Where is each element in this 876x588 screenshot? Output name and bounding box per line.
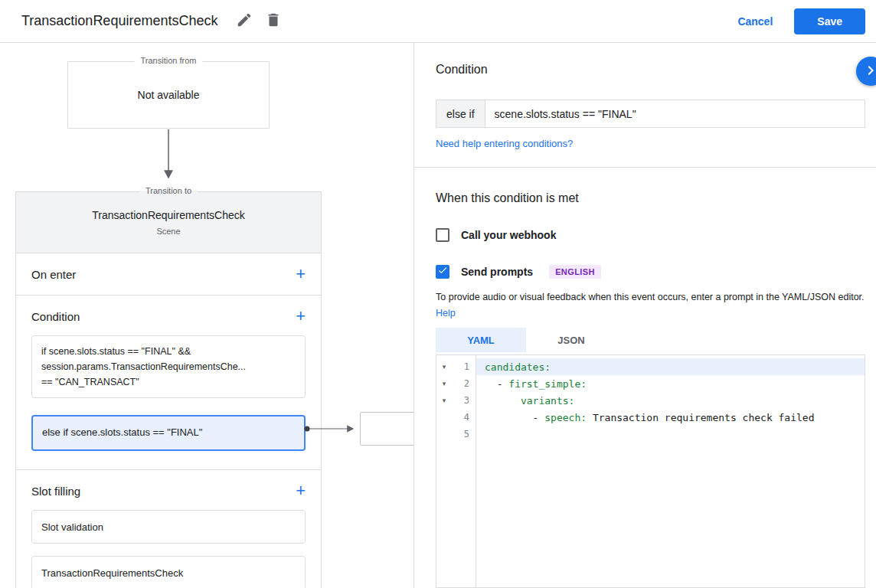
transition-to-label: Transition to: [139, 186, 198, 195]
when-condition-met-title: When this condition is met: [436, 191, 579, 205]
fold-arrow-icon[interactable]: ▾: [436, 358, 452, 375]
fold-spacer: [436, 409, 452, 426]
fold-arrow-icon[interactable]: ▾: [436, 392, 452, 409]
code-line[interactable]: variants:: [476, 392, 865, 409]
add-on-enter-button[interactable]: +: [296, 266, 306, 283]
condition-prefix-label: else if: [436, 100, 485, 128]
delete-button[interactable]: [259, 7, 288, 36]
code-line[interactable]: candidates:: [476, 358, 865, 375]
code-editor[interactable]: ▾1candidates:▾2 - first_simple:▾3 varian…: [436, 354, 865, 588]
editor-line[interactable]: 5: [436, 426, 865, 443]
webhook-row: Call your webhook: [436, 228, 556, 242]
code-token-key: candidates:: [485, 361, 551, 373]
scene-graph-canvas: Transition from Not available Transition…: [0, 43, 413, 588]
prompts-description: To provide audio or visual feedback when…: [436, 289, 876, 321]
on-enter-label: On enter: [31, 268, 76, 281]
call-webhook-checkbox[interactable]: [436, 228, 449, 242]
line-number: 2: [452, 375, 476, 392]
tab-yaml[interactable]: YAML: [436, 328, 526, 352]
condition-section-label: Condition: [31, 310, 80, 323]
code-token-plain: -: [485, 378, 508, 390]
code-line[interactable]: [476, 426, 865, 443]
panel-title: Condition: [436, 63, 488, 77]
condition-help-link[interactable]: Need help entering conditions?: [436, 138, 573, 149]
scene-node-header[interactable]: Transition to TransactionRequirementsChe…: [16, 192, 321, 253]
code-token-plain: Transaction requirements check failed: [587, 412, 814, 423]
transition-from-box[interactable]: Transition from Not available: [67, 61, 270, 129]
line-number: 1: [452, 358, 476, 375]
add-condition-button[interactable]: +: [296, 308, 306, 325]
edit-title-button[interactable]: [230, 7, 259, 36]
code-line[interactable]: - first_simple:: [476, 375, 865, 392]
code-line[interactable]: - speech: Transaction requirements check…: [476, 409, 865, 426]
fold-arrow-icon[interactable]: ▾: [436, 375, 452, 392]
help-inline-link[interactable]: Help: [436, 308, 456, 318]
on-enter-row[interactable]: On enter +: [16, 253, 321, 296]
send-prompts-label: Send prompts: [461, 266, 533, 278]
code-token-key: first_simple:: [508, 378, 587, 390]
app-window: TransactionRequirementsCheck Cancel Save…: [0, 0, 876, 588]
condition-item-selected[interactable]: else if scene.slots.status == "FINAL": [31, 415, 306, 451]
editor-line[interactable]: 4 - speech: Transaction requirements che…: [436, 409, 865, 426]
editor-line[interactable]: ▾1candidates:: [436, 358, 865, 375]
code-token-plain: [485, 395, 521, 407]
slot-filling-label: Slot filling: [31, 485, 80, 498]
pencil-icon: [236, 11, 253, 31]
code-token-key: speech:: [544, 412, 587, 423]
scene-node-subtitle: Scene: [16, 227, 321, 236]
header-actions: Cancel Save: [737, 8, 865, 34]
line-number: 5: [452, 426, 476, 443]
check-icon: [437, 265, 448, 279]
line-number: 4: [452, 409, 476, 426]
condition-editor-panel: Condition else if Need help entering con…: [413, 43, 876, 588]
collapse-panel-button[interactable]: [856, 57, 876, 86]
save-button[interactable]: Save: [794, 8, 865, 34]
page-title: TransactionRequirementsCheck: [21, 13, 217, 29]
header-bar: TransactionRequirementsCheck Cancel Save: [0, 0, 876, 43]
prompts-description-text: To provide audio or visual feedback when…: [436, 292, 865, 302]
chevron-right-icon: [861, 61, 876, 82]
code-token-key: variants:: [521, 395, 574, 407]
condition-section-head: Condition +: [31, 308, 306, 325]
scene-node-title: TransactionRequirementsCheck: [16, 209, 321, 221]
transition-from-value: Not available: [68, 62, 269, 128]
transition-target-box[interactable]: [360, 412, 413, 446]
slot-item[interactable]: Slot validation: [31, 510, 306, 544]
panel-divider: [414, 167, 876, 168]
cancel-button[interactable]: Cancel: [737, 15, 773, 28]
scene-node: Transition to TransactionRequirementsChe…: [15, 191, 322, 588]
editor-line[interactable]: ▾3 variants:: [436, 392, 865, 409]
condition-expression-input[interactable]: [485, 100, 865, 128]
call-webhook-label: Call your webhook: [461, 229, 556, 241]
send-prompts-checkbox[interactable]: [436, 265, 449, 279]
send-prompts-row: Send prompts ENGLISH: [436, 265, 601, 279]
add-slot-button[interactable]: +: [296, 482, 306, 499]
editor-tabs: YAML JSON: [436, 328, 616, 352]
line-number: 3: [452, 392, 476, 409]
language-badge: ENGLISH: [549, 265, 601, 279]
code-token-plain: -: [485, 412, 544, 423]
transition-from-label: Transition from: [135, 56, 203, 65]
condition-item[interactable]: if scene.slots.status == "FINAL" && sess…: [31, 335, 306, 398]
fold-spacer: [436, 426, 452, 443]
slot-item[interactable]: TransactionRequirementsCheck: [31, 556, 306, 588]
trash-icon: [265, 11, 282, 31]
tab-json[interactable]: JSON: [526, 328, 616, 352]
slot-filling-section-head: Slot filling +: [31, 482, 306, 499]
condition-section: Condition + if scene.slots.status == "FI…: [16, 296, 321, 470]
editor-line[interactable]: ▾2 - first_simple:: [436, 375, 865, 392]
condition-input-row: else if: [436, 100, 865, 128]
slot-filling-section: Slot filling + Slot validation Transacti…: [16, 470, 321, 588]
editor-lines: ▾1candidates:▾2 - first_simple:▾3 varian…: [436, 355, 865, 443]
